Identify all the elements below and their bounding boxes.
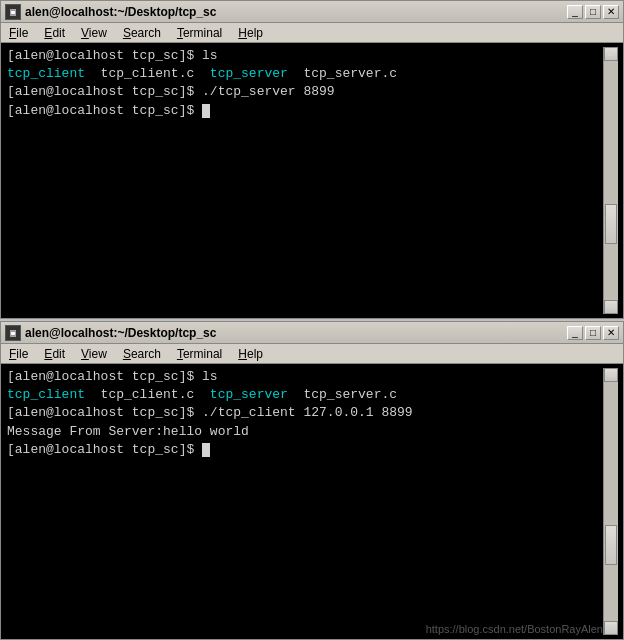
bottom-maximize-button[interactable]: □ bbox=[585, 326, 601, 340]
top-line-4: [alen@localhost tcp_sc]$ bbox=[7, 102, 603, 120]
top-terminal-icon: ▣ bbox=[5, 4, 21, 20]
bottom-terminal-window: ▣ alen@localhost:~/Desktop/tcp_sc _ □ ✕ … bbox=[0, 321, 624, 640]
bottom-terminal-body: [alen@localhost tcp_sc]$ ls tcp_client t… bbox=[1, 364, 623, 639]
bottom-menu-search[interactable]: Search bbox=[119, 346, 165, 362]
bottom-cursor bbox=[202, 443, 210, 457]
top-window-buttons: _ □ ✕ bbox=[567, 5, 619, 19]
bottom-title-bar: ▣ alen@localhost:~/Desktop/tcp_sc _ □ ✕ bbox=[1, 322, 623, 344]
top-line-3: [alen@localhost tcp_sc]$ ./tcp_server 88… bbox=[7, 83, 603, 101]
bottom-menu-help[interactable]: Help bbox=[234, 346, 267, 362]
top-close-button[interactable]: ✕ bbox=[603, 5, 619, 19]
bottom-menu-edit[interactable]: Edit bbox=[40, 346, 69, 362]
top-menu-file[interactable]: File bbox=[5, 25, 32, 41]
watermark: https://blog.csdn.net/BostonRayAlen bbox=[426, 623, 603, 635]
top-menu-view[interactable]: View bbox=[77, 25, 111, 41]
bottom-scroll-up[interactable]: ▲ bbox=[604, 368, 618, 382]
bottom-minimize-button[interactable]: _ bbox=[567, 326, 583, 340]
top-scroll-down[interactable]: ▼ bbox=[604, 300, 618, 314]
top-title-text: alen@localhost:~/Desktop/tcp_sc bbox=[25, 5, 216, 19]
bottom-scroll-down[interactable]: ▼ bbox=[604, 621, 618, 635]
bottom-menu-file[interactable]: File bbox=[5, 346, 32, 362]
top-menu-edit[interactable]: Edit bbox=[40, 25, 69, 41]
bottom-close-button[interactable]: ✕ bbox=[603, 326, 619, 340]
bottom-scroll-track[interactable] bbox=[604, 382, 618, 621]
bottom-menu-view[interactable]: View bbox=[77, 346, 111, 362]
bottom-line-6: [alen@localhost tcp_sc]$ bbox=[7, 441, 603, 459]
top-cursor bbox=[202, 104, 210, 118]
bottom-line-1: [alen@localhost tcp_sc]$ ls bbox=[7, 368, 603, 386]
top-menu-bar: File Edit View Search Terminal Help bbox=[1, 23, 623, 43]
top-menu-help[interactable]: Help bbox=[234, 25, 267, 41]
bottom-window-buttons: _ □ ✕ bbox=[567, 326, 619, 340]
top-scroll-up[interactable]: ▲ bbox=[604, 47, 618, 61]
top-menu-terminal[interactable]: Terminal bbox=[173, 25, 226, 41]
bottom-line-2: tcp_client tcp_client.c tcp_server tcp_s… bbox=[7, 386, 603, 404]
top-terminal-body: [alen@localhost tcp_sc]$ ls tcp_client t… bbox=[1, 43, 623, 318]
top-maximize-button[interactable]: □ bbox=[585, 5, 601, 19]
bottom-menu-bar: File Edit View Search Terminal Help bbox=[1, 344, 623, 364]
top-minimize-button[interactable]: _ bbox=[567, 5, 583, 19]
top-title-bar: ▣ alen@localhost:~/Desktop/tcp_sc _ □ ✕ bbox=[1, 1, 623, 23]
bottom-terminal-icon: ▣ bbox=[5, 325, 21, 341]
top-scroll-thumb[interactable] bbox=[605, 204, 617, 244]
top-line-1: [alen@localhost tcp_sc]$ ls bbox=[7, 47, 603, 65]
top-line-2: tcp_client tcp_client.c tcp_server tcp_s… bbox=[7, 65, 603, 83]
top-menu-search[interactable]: Search bbox=[119, 25, 165, 41]
top-terminal-window: ▣ alen@localhost:~/Desktop/tcp_sc _ □ ✕ … bbox=[0, 0, 624, 319]
bottom-scroll-thumb[interactable] bbox=[605, 525, 617, 565]
bottom-terminal-content: [alen@localhost tcp_sc]$ ls tcp_client t… bbox=[7, 368, 603, 635]
bottom-line-3: [alen@localhost tcp_sc]$ ./tcp_client 12… bbox=[7, 404, 603, 422]
bottom-scrollbar[interactable]: ▲ ▼ bbox=[603, 368, 617, 635]
bottom-title-text: alen@localhost:~/Desktop/tcp_sc bbox=[25, 326, 216, 340]
bottom-line-4: Message From Server:hello world bbox=[7, 423, 603, 441]
top-scrollbar[interactable]: ▲ ▼ bbox=[603, 47, 617, 314]
top-terminal-content: [alen@localhost tcp_sc]$ ls tcp_client t… bbox=[7, 47, 603, 314]
bottom-menu-terminal[interactable]: Terminal bbox=[173, 346, 226, 362]
top-scroll-track[interactable] bbox=[604, 61, 618, 300]
